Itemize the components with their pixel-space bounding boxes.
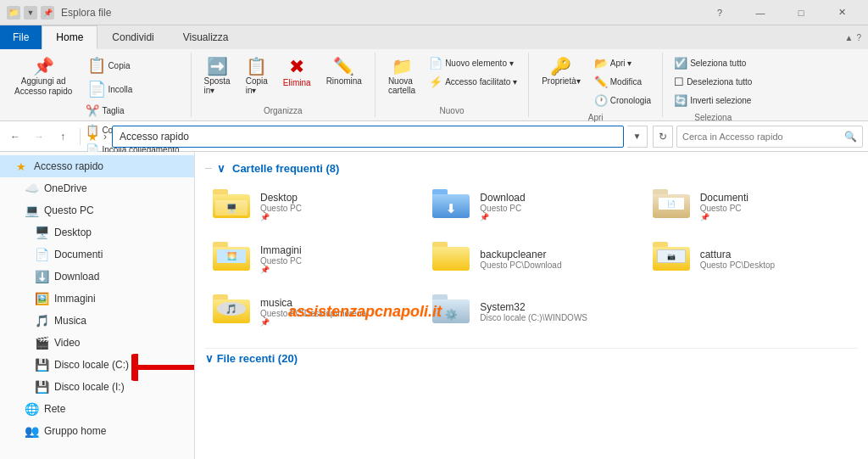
sidebar-item-label-disco-c: Disco locale (C:) — [54, 359, 129, 371]
select-all-label: Seleziona tutto — [690, 59, 746, 68]
folder-thumb-system32: ⚙️ — [432, 294, 473, 328]
sidebar-item-label-documenti: Documenti — [54, 249, 103, 260]
sidebar-item-questo-pc[interactable]: 💻 Questo PC — [0, 199, 194, 221]
folder-item-immagini[interactable]: 🌅 Immagini Questo PC 📌 — [205, 236, 418, 282]
copy-to-button[interactable]: 📋 Copiain▾ — [240, 54, 274, 98]
copy-button[interactable]: 📋 Copia — [81, 54, 183, 76]
folder-name-backupcleaner: backupcleaner — [480, 249, 630, 260]
paste-label: Incolla — [108, 85, 132, 94]
sidebar-item-label-download: Download — [54, 271, 99, 283]
folder-item-download[interactable]: ⬇ Download Questo PC 📌 — [425, 183, 637, 229]
add-quick-access-icon: 📌 — [33, 58, 54, 75]
select-all-button[interactable]: ☑️ Seleziona tutto — [670, 54, 756, 72]
new-folder-label: Nuovacartella — [388, 76, 415, 95]
seleziona-buttons: ☑️ Seleziona tutto ☐ Deseleziona tutto 🔄… — [670, 54, 756, 111]
sidebar-item-musica[interactable]: 🎵 Musica — [0, 310, 194, 332]
close-button[interactable]: ✕ — [822, 0, 861, 25]
sidebar-item-label-disco-i: Disco locale (I:) — [54, 381, 125, 393]
quick-access-icon[interactable]: ▼ — [24, 6, 37, 20]
new-element-button[interactable]: 📄 Nuovo elemento ▾ — [425, 54, 521, 72]
disco-c-row: 💾 Disco locale (C:) — [0, 354, 194, 376]
copy-to-label: Copiain▾ — [246, 76, 268, 95]
move-to-button[interactable]: ➡️ Spostain▾ — [198, 54, 236, 98]
paste-button[interactable]: 📄 Incolla — [81, 78, 183, 100]
sidebar-item-disco-c[interactable]: 💾 Disco locale (C:) — [0, 354, 194, 376]
help-button[interactable]: ? — [700, 0, 739, 25]
organizza-label: Organizza — [264, 104, 303, 115]
rename-button[interactable]: ✏️ Rinomina — [320, 54, 368, 89]
sidebar-item-video[interactable]: 🎬 Video — [0, 332, 194, 354]
ribbon-help-btn[interactable]: ? — [856, 33, 861, 42]
folder-item-cattura[interactable]: 📷 cattura Questo PC\Desktop — [645, 236, 858, 282]
delete-icon: ✖ — [289, 58, 304, 76]
tab-visualizza[interactable]: Visualizza — [169, 25, 243, 49]
tab-condividi[interactable]: Condividi — [97, 25, 168, 49]
address-path-text: Accesso rapido — [120, 131, 189, 143]
accesso-rapido-icon: ★ — [14, 160, 29, 173]
sidebar-item-immagini[interactable]: 🖼️ Immagini — [0, 288, 194, 310]
apri-label: Apri — [588, 111, 604, 122]
new-folder-button[interactable]: 📁 Nuovacartella — [382, 54, 421, 98]
ribbon-collapse-btn[interactable]: ▲ — [845, 33, 854, 42]
folder-thumb-cattura: 📷 — [653, 242, 693, 276]
history-button[interactable]: 🕐 Cronologia — [590, 92, 655, 109]
sidebar-item-download[interactable]: ⬇️ Download — [0, 266, 194, 288]
properties-label: Proprietà▾ — [542, 76, 581, 86]
disco-i-icon: 💾 — [34, 380, 49, 394]
folder-item-musica[interactable]: 🎵 musica Questo PC\Desktop\morena 📌 — [205, 288, 418, 334]
ribbon-group-organizza: ➡️ Spostain▾ 📋 Copiain▾ ✖ Elimina ✏️ Rin… — [192, 53, 376, 117]
forward-button[interactable]: → — [29, 126, 49, 147]
sidebar-item-accesso-rapido[interactable]: ★ Accesso rapido — [0, 155, 194, 177]
ribbon-content: 📌 Aggiungi adAccesso rapido 📋 Copia 📄 In… — [0, 49, 868, 120]
maximize-button[interactable]: □ — [782, 0, 821, 25]
open-button[interactable]: 📂 Apri ▾ — [590, 54, 655, 72]
sidebar-item-disco-i[interactable]: 💾 Disco locale (I:) — [0, 376, 194, 398]
folder-item-desktop[interactable]: 🖥️ Desktop Questo PC 📌 — [205, 183, 418, 229]
deselect-all-button[interactable]: ☐ Deseleziona tutto — [670, 73, 756, 91]
main-area: assistenzapcnapoli.it ★ Accesso rapido ☁… — [0, 152, 868, 459]
easy-access-button[interactable]: ⚡ Accesso facilitato ▾ — [425, 73, 521, 91]
up-button[interactable]: ↑ — [53, 126, 73, 147]
back-button[interactable]: ← — [5, 126, 25, 147]
cut-button[interactable]: ✂️ Taglia — [81, 102, 183, 120]
title-bar-icons: 📁 ▼ 📌 — [7, 6, 54, 20]
sidebar-item-gruppo-home[interactable]: 👥 Gruppo home — [0, 420, 194, 442]
delete-button[interactable]: ✖ Elimina — [277, 54, 317, 91]
history-label: Cronologia — [610, 96, 651, 105]
folder-thumb-backupcleaner — [432, 242, 473, 276]
invert-selection-button[interactable]: 🔄 Inverti selezione — [670, 92, 756, 109]
folder-thumb-immagini: 🌅 — [213, 242, 253, 276]
sidebar-item-onedrive[interactable]: ☁️ OneDrive — [0, 177, 194, 199]
folder-path-musica: Questo PC\Desktop\morena — [260, 309, 410, 318]
folder-name-cattura: cattura — [700, 249, 850, 260]
address-dropdown-button[interactable]: ▼ — [627, 126, 648, 148]
properties-button[interactable]: 🔑 Proprietà▾ — [536, 54, 587, 89]
minimize-button[interactable]: — — [741, 0, 780, 25]
edit-button[interactable]: ✏️ Modifica — [590, 73, 655, 91]
folder-item-system32[interactable]: ⚙️ System32 Disco locale (C:)\WINDOWS — [425, 288, 637, 334]
address-path[interactable]: Accesso rapido — [112, 126, 624, 148]
sidebar-item-rete[interactable]: 🌐 Rete — [0, 398, 194, 420]
breadcrumb-separator: › — [103, 131, 107, 143]
divider — [80, 128, 81, 145]
refresh-button[interactable]: ↻ — [653, 126, 673, 148]
documenti-icon: 📄 — [34, 248, 49, 261]
folder-item-documenti[interactable]: 📄 Documenti Questo PC 📌 — [645, 183, 858, 229]
tab-file[interactable]: File — [0, 25, 42, 49]
sidebar-item-desktop[interactable]: 🖥️ Desktop — [0, 221, 194, 243]
folder-item-backupcleaner[interactable]: backupcleaner Questo PC\Download — [425, 236, 637, 282]
sidebar-item-label-musica: Musica — [54, 315, 86, 327]
star-icon[interactable]: ★ — [87, 130, 98, 143]
edit-label: Modifica — [610, 77, 642, 87]
add-quick-access-button[interactable]: 📌 Aggiungi adAccesso rapido — [8, 54, 78, 100]
search-input[interactable] — [682, 132, 841, 142]
recent-files-chevron: ∨ — [205, 352, 217, 365]
folder-info-musica: musica Questo PC\Desktop\morena 📌 — [260, 297, 410, 327]
invert-selection-label: Inverti selezione — [690, 96, 751, 105]
folder-info-desktop: Desktop Questo PC 📌 — [260, 192, 410, 221]
tab-home[interactable]: Home — [42, 25, 97, 49]
organizza-buttons: ➡️ Spostain▾ 📋 Copiain▾ ✖ Elimina ✏️ Rin… — [198, 54, 368, 104]
pin-icon[interactable]: 📌 — [41, 6, 54, 20]
folder-info-documenti: Documenti Questo PC 📌 — [700, 192, 850, 221]
sidebar-item-documenti[interactable]: 📄 Documenti — [0, 243, 194, 266]
